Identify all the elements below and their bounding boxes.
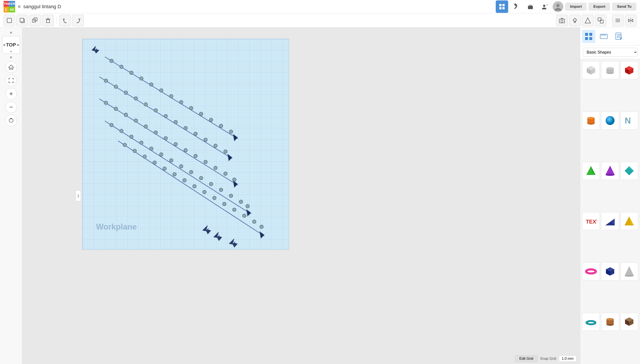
shape-box-gray[interactable] (582, 61, 600, 79)
view-up-arrow[interactable]: ▲ (9, 30, 13, 34)
undo-button[interactable] (59, 15, 71, 26)
svg-marker-174 (625, 267, 634, 276)
camera-icon (559, 17, 565, 24)
mirror-icon (627, 17, 634, 24)
panel-tab-grid[interactable] (582, 30, 595, 43)
fit-button[interactable] (5, 75, 17, 86)
shape-cone-gray[interactable] (620, 262, 638, 280)
panel-notes-icon (615, 32, 623, 40)
svg-point-160 (605, 174, 614, 176)
sendto-button[interactable]: Send To (612, 3, 636, 11)
light-icon (572, 17, 578, 24)
shape-cylinder-orange[interactable] (582, 112, 600, 129)
view-text: TOP (6, 42, 16, 48)
camera-button[interactable] (556, 15, 568, 26)
view-down-arrow[interactable]: ▼ (9, 56, 13, 60)
panel-ruler-icon (600, 32, 608, 40)
delete-icon (45, 17, 51, 24)
shape-box-dark-blue[interactable] (601, 262, 619, 280)
shape-teal[interactable] (620, 162, 638, 180)
zoom-out-button[interactable] (5, 101, 17, 113)
import-button[interactable]: Import (565, 3, 587, 11)
view-left-arrow[interactable]: ◀ (3, 43, 5, 46)
svg-rect-1 (502, 4, 505, 6)
duplicate-icon (32, 17, 38, 24)
light-button[interactable] (569, 15, 581, 26)
view-right-arrow[interactable]: ▶ (17, 43, 19, 46)
nav-grid-button[interactable] (496, 0, 508, 13)
align-button[interactable] (612, 15, 623, 26)
redo-icon (75, 17, 81, 24)
edit-grid-button[interactable]: Edit Grid (515, 355, 537, 362)
align-icon (615, 17, 621, 24)
shape-group-button[interactable] (582, 15, 593, 26)
briefcase-icon (527, 4, 533, 10)
svg-rect-3 (502, 7, 505, 9)
collapse-button[interactable]: ❯ (76, 190, 81, 201)
svg-marker-35 (628, 19, 630, 22)
shape-torus-pink[interactable] (582, 262, 600, 280)
redo-button[interactable] (72, 15, 84, 26)
list-icon[interactable]: ≡ (18, 4, 21, 10)
main-layout: ▲ ◀ TOP ▶ ▼ ▼ (0, 28, 640, 364)
logo-c: C (4, 7, 9, 12)
duplicate-button[interactable] (29, 15, 41, 26)
shape-cylinder-gray[interactable] (601, 61, 619, 79)
shape-text-red[interactable]: TEXT (582, 212, 600, 230)
shape-pyramid-yellow[interactable] (620, 212, 638, 230)
group-icon (585, 17, 591, 24)
copy-button[interactable] (17, 15, 28, 26)
avatar (553, 1, 563, 12)
svg-rect-127 (585, 33, 588, 36)
nav-briefcase-button[interactable] (524, 0, 537, 13)
shape-cube-red[interactable] (620, 61, 638, 79)
svg-marker-37 (9, 65, 14, 69)
svg-point-23 (573, 19, 576, 21)
panel-tab-notes[interactable] (612, 30, 625, 43)
new-button[interactable] (4, 15, 15, 26)
new-icon (6, 17, 13, 24)
zoom-in-button[interactable] (5, 88, 17, 100)
view-bottom-arrow[interactable]: ▼ (10, 50, 13, 53)
svg-point-155 (605, 116, 614, 125)
workplane[interactable]: Workplane (82, 39, 289, 250)
svg-point-180 (606, 318, 614, 320)
mirror-button[interactable] (625, 15, 636, 26)
svg-rect-5 (514, 6, 517, 9)
rotate-button[interactable] (5, 115, 17, 126)
shape-cone-purple[interactable] (601, 162, 619, 180)
toolbar-separator-2 (609, 16, 609, 24)
shape-pyramid-green[interactable] (582, 162, 600, 180)
view-label[interactable]: ◀ TOP ▶ ▼ (2, 36, 20, 54)
shape-sphere-blue[interactable] (601, 112, 619, 129)
canvas-area[interactable]: ❯ (22, 28, 580, 364)
svg-rect-7 (529, 5, 531, 6)
left-panel: ▲ ◀ TOP ▶ ▼ ▼ (0, 28, 22, 364)
shape-ungroup-button[interactable] (595, 15, 606, 26)
nav-hammer-button[interactable] (510, 0, 522, 13)
zoom-out-icon (8, 104, 14, 110)
delete-button[interactable] (42, 15, 54, 26)
home-button[interactable] (5, 61, 17, 73)
shapes-category-select[interactable]: Basic Shapes (583, 48, 637, 57)
shape-wedge-blue[interactable] (601, 212, 619, 230)
snap-grid-value[interactable]: 1.0 mm (559, 356, 576, 362)
export-button[interactable]: Export (588, 3, 610, 11)
svg-rect-2 (499, 7, 501, 9)
fit-icon (8, 78, 14, 83)
svg-point-22 (561, 20, 563, 22)
snap-grid-label: Snap Grid (540, 357, 556, 361)
shape-box-dark-brown[interactable] (620, 313, 638, 331)
logo-ker: KER (9, 1, 15, 7)
svg-rect-129 (585, 37, 588, 40)
shape-torus-teal[interactable] (582, 313, 600, 331)
svg-rect-0 (499, 4, 501, 6)
shape-cylinder-brown[interactable] (601, 313, 619, 331)
panel-tab-ruler[interactable] (597, 30, 610, 43)
rotate-icon (8, 118, 14, 123)
svg-rect-128 (589, 33, 592, 36)
svg-point-175 (625, 275, 634, 277)
nav-add-person-button[interactable] (538, 0, 551, 13)
shape-n-gray[interactable]: N (620, 112, 638, 129)
grid-icon (499, 4, 505, 10)
